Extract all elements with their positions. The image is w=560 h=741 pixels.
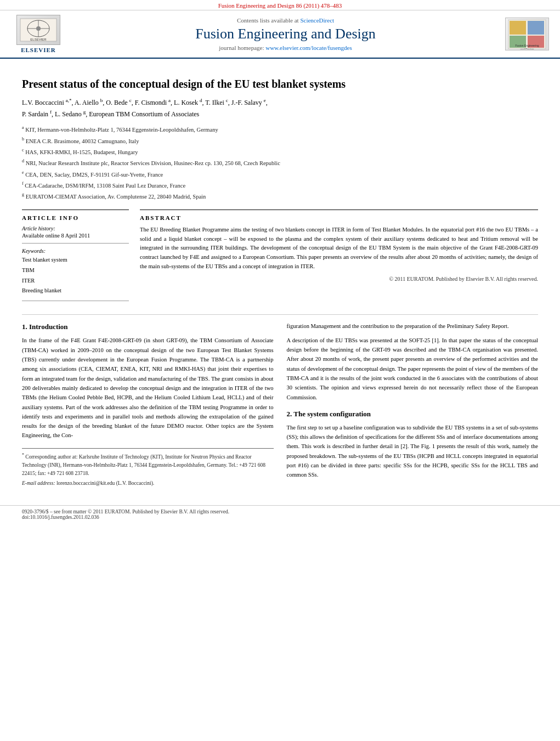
keywords-label: Keywords:: [22, 248, 129, 254]
body-columns: 1. Introduction In the frame of the F4E …: [22, 321, 538, 488]
affiliation-a: a KIT, Hermann-von-Helmholtz-Platz 1, 76…: [22, 124, 538, 134]
system-config-heading: 2. The system configuration: [287, 410, 539, 418]
journal-logo-right: Fusion Engineering and Design: [505, 18, 549, 50]
affiliation-d: d NRI, Nuclear Research Institute plc, R…: [22, 157, 538, 168]
keywords-list: Test blanket system TBM ITER Breeding bl…: [22, 255, 129, 297]
paper-title: Present status of the conceptual design …: [22, 77, 538, 91]
affiliation-g: g EURATOM-CIEMAT Association, Av. Complu…: [22, 191, 538, 201]
intro-heading: 1. Introduction: [22, 323, 274, 331]
system-config-paragraph: The first step to set up a baseline conf…: [287, 423, 539, 480]
footnote-corresponding: * Corresponding author at: Karlsruhe Ins…: [22, 452, 274, 478]
svg-text:Fusion Engineering: Fusion Engineering: [515, 44, 539, 47]
body-right-col: figuration Management and the contributi…: [287, 321, 539, 488]
journal-citation-bar: Fusion Engineering and Design 86 (2011) …: [0, 0, 560, 10]
svg-rect-7: [510, 21, 526, 35]
abstract-heading: Abstract: [140, 214, 538, 221]
info-divider-2: [22, 301, 129, 301]
journal-header: ELSEVIER ELSEVIER Contents lists availab…: [0, 10, 560, 59]
sciencedirect-line: Contents lists available at ScienceDirec…: [66, 17, 505, 24]
svg-text:ELSEVIER: ELSEVIER: [30, 38, 47, 41]
journal-citation: Fusion Engineering and Design 86 (2011) …: [218, 2, 342, 9]
journal-title: Fusion Engineering and Design: [66, 26, 505, 42]
intro-paragraph-right-1: figuration Management and the contributi…: [287, 321, 539, 331]
affiliations-section: a KIT, Hermann-von-Helmholtz-Platz 1, 76…: [22, 124, 538, 201]
svg-rect-8: [528, 21, 544, 35]
abstract-box: Abstract The EU Breeding Blanket Program…: [140, 210, 538, 306]
keyword-4: Breeding blanket: [22, 286, 129, 296]
affiliation-b: b ENEA C.R. Brasimone, 40032 Camugnano, …: [22, 135, 538, 146]
sciencedirect-link[interactable]: ScienceDirect: [300, 17, 334, 24]
copyright-line: © 2011 EURATOM. Published by Elsevier B.…: [140, 276, 538, 282]
svg-text:and Design: and Design: [520, 48, 534, 49]
elsevier-logo-section: ELSEVIER ELSEVIER: [11, 15, 66, 53]
bottom-bar: 0920-3796/$ – see front matter © 2011 EU…: [0, 505, 560, 523]
content-area: Present status of the conceptual design …: [0, 59, 560, 500]
article-info-heading: Article Info: [22, 214, 129, 221]
journal-homepage-line: journal homepage: www.elsevier.com/locat…: [66, 44, 505, 51]
footnotes-section: * Corresponding author at: Karlsruhe Ins…: [22, 448, 274, 488]
intro-paragraph-right-2: A description of the EU TBSs was present…: [287, 336, 539, 402]
svg-point-4: [36, 26, 41, 31]
footnote-email: E-mail address: lorenzo.boccaccini@kit.e…: [22, 479, 274, 488]
main-divider: [22, 314, 538, 315]
authors-line: L.V. Boccaccini a,*, A. Aiello b, O. Bed…: [22, 97, 538, 120]
affiliation-c: c HAS, KFKI-RMKI, H-1525, Budapest, Hung…: [22, 146, 538, 157]
info-abstract-section: Article Info Article history: Available …: [22, 210, 538, 306]
keyword-2: TBM: [22, 265, 129, 276]
journal-center-header: Contents lists available at ScienceDirec…: [66, 17, 505, 51]
elsevier-logo-image: ELSEVIER: [16, 15, 60, 45]
journal-homepage-link[interactable]: www.elsevier.com/locate/fusengdes: [265, 44, 352, 51]
history-value: Available online 8 April 2011: [22, 233, 129, 239]
doi-line: doi:10.1016/j.fusengdes.2011.02.036: [22, 514, 538, 520]
history-label: Article history:: [22, 225, 129, 231]
abstract-text: The EU Breeding Blanket Programme aims t…: [140, 225, 538, 271]
article-info-box: Article Info Article history: Available …: [22, 210, 129, 306]
affiliation-f: f CEA-Cadarache, DSM/IRFM, 13108 Saint P…: [22, 180, 538, 190]
keyword-1: Test blanket system: [22, 255, 129, 265]
keyword-3: ITER: [22, 276, 129, 286]
info-divider: [22, 243, 129, 244]
issn-line: 0920-3796/$ – see front matter © 2011 EU…: [22, 509, 538, 514]
intro-paragraph-1: In the frame of the F4E Grant F4E-2008-G…: [22, 336, 274, 440]
elsevier-wordmark: ELSEVIER: [21, 47, 56, 53]
affiliation-e: e CEA, DEN, Saclay, DM2S, F-91191 Gif-su…: [22, 169, 538, 179]
body-left-col: 1. Introduction In the frame of the F4E …: [22, 321, 274, 488]
